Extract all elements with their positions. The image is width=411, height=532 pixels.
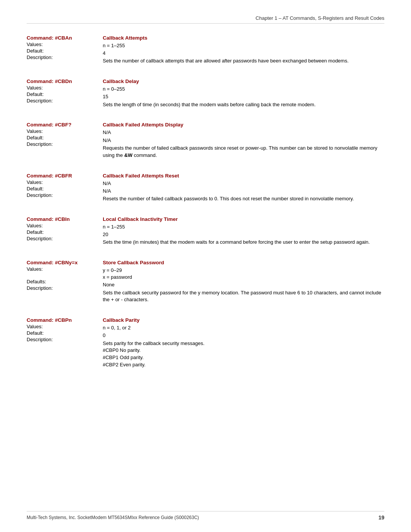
field-row: Description: [27,236,103,241]
page-footer: Multi-Tech Systems, Inc. SocketModem MT5… [27,511,384,521]
command-label: Command: #CBDn [27,78,103,84]
page-header: Chapter 1 – AT Commands, S-Registers and… [27,15,384,24]
field-value: None [103,281,384,288]
command-right-col: Callback Failed Attempts ResetN/AN/ARese… [103,173,384,203]
field-key: Description: [27,236,53,241]
command-title: Callback Attempts [103,35,384,41]
field-value: N/A [103,137,384,144]
field-row: Description: [27,141,103,147]
command-right-col: Callback Parityn = 0, 1, or 20Sets parit… [103,317,384,369]
command-left-col: Command: #CBDnValues:Default:Description… [27,78,103,108]
field-value: N/A [103,129,384,136]
field-row: Description: [27,337,103,342]
field-row: Default: [27,330,103,336]
commands-section: Command: #CBAnValues:Default:Description… [27,35,384,372]
command-left-col: Command: #CBF?Values:Default:Description… [27,122,103,159]
field-row: Description: [27,54,103,60]
chapter-title: Chapter 1 – AT Commands, S-Registers and… [256,15,384,21]
command-right-col: Store Callback Passwordy = 0–29 x = pass… [103,260,384,304]
field-row: Values: [27,266,103,272]
command-left-col: Command: #CBNy=xValues:Defaults:Descript… [27,260,103,304]
field-description: Sets the time (in minutes) that the mode… [103,239,384,246]
field-row: Values: [27,223,103,228]
field-value: 4 [103,50,384,57]
field-key: Description: [27,337,53,342]
field-key: Values: [27,128,43,134]
command-label: Command: #CBIn [27,216,103,222]
footer-left: Multi-Tech Systems, Inc. SocketModem MT5… [27,515,199,520]
command-left-col: Command: #CBFRValues:Default:Description… [27,173,103,203]
field-key: Description: [27,285,53,291]
field-value: N/A [103,180,384,187]
field-key: Description: [27,141,53,147]
command-block-cbin: Command: #CBInValues:Default:Description… [27,216,384,249]
field-description: Resets the number of failed callback pas… [103,195,384,203]
command-left-col: Command: #CBInValues:Default:Description… [27,216,103,246]
field-row: Default: [27,135,103,141]
command-left-col: Command: #CBAnValues:Default:Description… [27,35,103,65]
field-key: Values: [27,223,43,228]
field-row: Default: [27,186,103,192]
command-block-cbfr: Command: #CBFRValues:Default:Description… [27,173,384,206]
field-row: Description: [27,98,103,104]
command-label: Command: #CBPn [27,317,103,323]
field-key: Values: [27,85,43,91]
command-label: Command: #CBAn [27,35,103,41]
field-key: Values: [27,42,43,47]
command-block-cbnyx: Command: #CBNy=xValues:Defaults:Descript… [27,260,384,307]
command-title: Callback Delay [103,78,384,84]
field-value: 20 [103,231,384,238]
field-description: Sets the number of callback attempts tha… [103,58,384,65]
field-row: Default: [27,48,103,54]
page-number: 19 [378,514,384,521]
field-key: Default: [27,229,44,235]
field-row: Default: [27,91,103,97]
command-title: Callback Failed Attempts Reset [103,173,384,179]
field-description: Sets parity for the callback security me… [103,340,384,369]
field-row: Values: [27,179,103,185]
field-row: Values: [27,85,103,91]
field-key: Values: [27,266,43,272]
command-block-cban: Command: #CBAnValues:Default:Description… [27,35,384,68]
command-right-col: Callback Delayn = 0–25515Sets the length… [103,78,384,108]
field-row: Default: [27,229,103,235]
field-key: Default: [27,48,44,54]
field-value: N/A [103,188,384,195]
field-value: 0 [103,332,384,339]
field-key: Defaults: [27,279,46,284]
field-key: Default: [27,186,44,192]
field-value: n = 0, 1, or 2 [103,324,384,331]
field-description: Requests the number of failed callback p… [103,145,384,159]
command-block-cbdn: Command: #CBDnValues:Default:Description… [27,78,384,111]
field-row: Values: [27,42,103,47]
command-right-col: Callback Failed Attempts DisplayN/AN/ARe… [103,122,384,159]
field-key: Default: [27,135,44,141]
field-value: n = 0–255 [103,86,384,93]
field-value: 15 [103,93,384,100]
field-row: Defaults: [27,279,103,284]
field-value: n = 1–255 [103,42,384,49]
field-row: Description: [27,192,103,198]
command-label: Command: #CBFR [27,173,103,179]
field-row: Description: [27,285,103,291]
field-description: Sets the callback security password for … [103,289,384,304]
command-title: Callback Parity [103,317,384,323]
command-title: Store Callback Password [103,260,384,265]
field-key: Values: [27,179,43,185]
field-row: Values: [27,128,103,134]
command-right-col: Local Callback Inactivity Timern = 1–255… [103,216,384,246]
field-value: y = 0–29 x = password [103,267,384,281]
command-left-col: Command: #CBPnValues:Default:Description… [27,317,103,369]
field-key: Description: [27,54,53,60]
command-title: Local Callback Inactivity Timer [103,216,384,222]
field-description: Sets the length of time (in seconds) tha… [103,101,384,109]
field-key: Values: [27,324,43,329]
field-key: Default: [27,330,44,336]
field-key: Default: [27,91,44,97]
command-label: Command: #CBNy=x [27,260,103,265]
command-right-col: Callback Attemptsn = 1–2554Sets the numb… [103,35,384,65]
command-block-cbf: Command: #CBF?Values:Default:Description… [27,122,384,162]
field-key: Description: [27,98,53,104]
field-key: Description: [27,192,53,198]
command-label: Command: #CBF? [27,122,103,128]
